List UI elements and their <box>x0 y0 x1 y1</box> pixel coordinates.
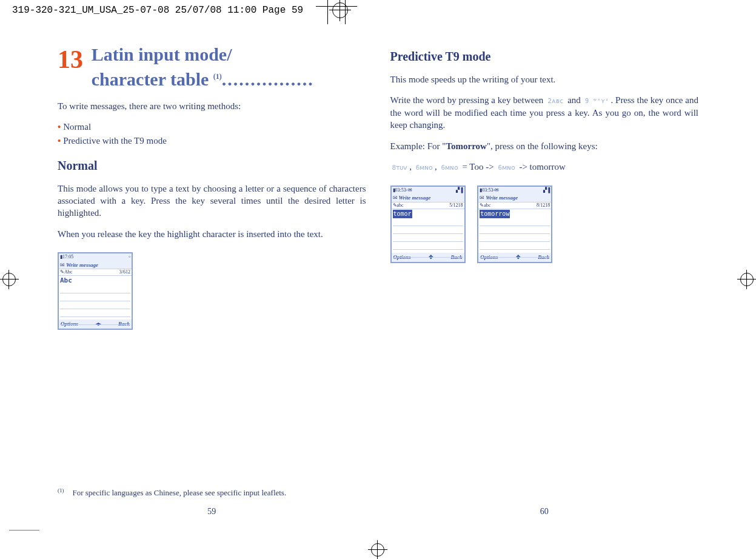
page-spread: 13 Latin input mode/ character table (1)… <box>58 42 698 523</box>
envelope-icon: ✉ <box>480 194 484 201</box>
key-6-icon: 6ᴍɴᴏ <box>439 163 460 173</box>
key-6-icon: 6ᴍɴᴏ <box>414 163 435 173</box>
page-number: 59 <box>58 506 366 518</box>
crop-header: 319-320-321_UM_USA_25-07-08 25/07/08 11:… <box>12 5 303 16</box>
registration-mark-right <box>740 273 754 286</box>
chapter-title-line1: Latin input mode/ <box>92 44 232 64</box>
phone-title: Write message <box>486 194 518 201</box>
footnote: (1)For specific languages as Chinese, pl… <box>58 487 366 498</box>
phone-screenshot-normal: ▮17:05▫ ✉Write message ✎Abc3/612 Abc Opt… <box>58 252 133 330</box>
t9-para1: This mode speeds up the writing of your … <box>390 73 699 85</box>
section-heading-t9: Predictive T9 mode <box>390 49 699 65</box>
chapter-title: Latin input mode/ character table (1)...… <box>92 42 314 92</box>
chapter-number: 13 <box>58 42 83 77</box>
chapter-heading: 13 Latin input mode/ character table (1)… <box>58 42 366 92</box>
typed-text: Abc <box>60 276 72 284</box>
phone-screenshot-t9-full: ▮03:53▫✉▞▐ ✉Write message ✎abc8/1218 tom… <box>477 186 552 263</box>
phone-title: Write message <box>399 194 431 201</box>
key-8-icon: 8ᴛᴜᴠ <box>390 163 410 173</box>
intro-text: To write messages, there are two writing… <box>58 100 366 112</box>
page-60: Predictive T9 mode This mode speeds up t… <box>390 42 699 523</box>
footnote-text: For specific languages as Chinese, pleas… <box>73 488 287 497</box>
normal-mode-para1: This mode allows you to type a text by c… <box>58 182 366 219</box>
bullet-item-1: •Normal <box>58 121 366 133</box>
envelope-icon: ✉ <box>60 261 65 269</box>
envelope-icon: ✉ <box>393 194 398 201</box>
example-line: Example: For "Tomorrow", press on the fo… <box>390 140 699 152</box>
page-number: 60 <box>390 506 699 518</box>
normal-mode-para2: When you release the key the highlight c… <box>58 228 366 240</box>
section-heading-normal: Normal <box>58 158 366 174</box>
key-2-icon: 2ᴀʙᴄ <box>546 96 565 107</box>
registration-mark-left <box>2 273 16 286</box>
chapter-dots: ................ <box>222 69 314 89</box>
typed-text: tomorrow <box>480 210 510 218</box>
chapter-title-line2: character table <box>92 69 213 89</box>
bullet-item-2: •Predictive with the T9 mode <box>58 135 366 147</box>
typed-text: tomor <box>393 210 412 218</box>
key-6-icon: 6ᴍɴᴏ <box>496 163 517 173</box>
phone-title: Write message <box>66 261 98 269</box>
phone-screenshot-t9-partial: ▮03:53▫✉▞▐ ✉Write message ✎abc5/1218 tom… <box>390 186 466 263</box>
key-sequence: 8ᴛᴜᴠ, 6ᴍɴᴏ, 6ᴍɴᴏ = Too -> 6ᴍɴᴏ -> tomorr… <box>390 161 699 173</box>
footnote-marker: (1) <box>58 487 64 494</box>
page-59: 13 Latin input mode/ character table (1)… <box>58 42 366 523</box>
chapter-title-superscript: (1) <box>213 72 222 81</box>
key-9-icon: 9 ʷˣʏᶻ <box>583 96 611 107</box>
registration-mark-top <box>332 2 348 18</box>
registration-mark-bottom <box>371 543 384 557</box>
t9-para2: Write the word by pressing a key between… <box>390 94 699 131</box>
